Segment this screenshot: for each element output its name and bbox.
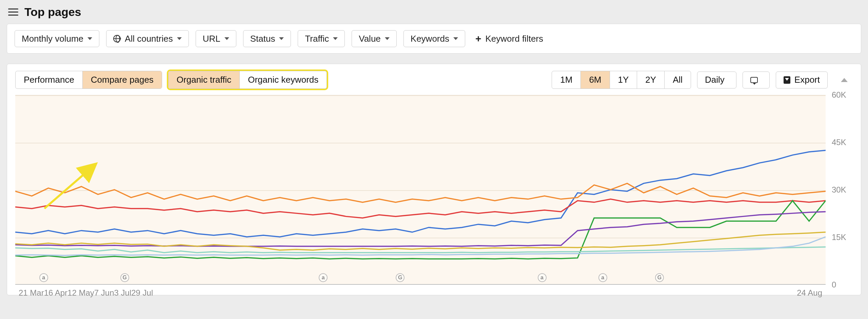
x-tick-label: 3 Jul — [114, 288, 132, 298]
chevron-down-icon — [333, 37, 338, 40]
export-button[interactable]: Export — [776, 72, 828, 88]
add-keyword-filters-button[interactable]: + Keyword filters — [475, 34, 543, 44]
chart-line — [15, 183, 826, 202]
traffic-chart[interactable]: aGaGaaG21 Mar16 Apr12 May7 Jun3 Jul29 Ju… — [15, 95, 826, 285]
x-tick-label: 16 Apr — [44, 288, 67, 298]
chevron-down-icon — [177, 37, 182, 40]
range-6m-label: 6M — [589, 75, 601, 85]
y-tick-label: 15K — [832, 233, 846, 242]
value-dropdown[interactable]: Value — [352, 30, 397, 47]
notes-dropdown[interactable] — [743, 72, 770, 88]
chevron-up-icon — [841, 78, 848, 82]
google-update-marker[interactable]: G — [120, 273, 129, 282]
monthly-volume-dropdown[interactable]: Monthly volume — [15, 30, 99, 47]
url-dropdown[interactable]: URL — [196, 30, 236, 47]
range-6m[interactable]: 6M — [581, 71, 610, 88]
x-tick-label: 12 May — [67, 288, 94, 298]
x-tick-label: 29 Jul — [131, 288, 153, 298]
google-update-marker[interactable]: G — [396, 273, 405, 282]
chevron-down-icon — [385, 37, 390, 40]
chevron-down-icon — [224, 37, 229, 40]
x-tick-label: 24 Aug — [797, 288, 822, 298]
tab-compare-pages[interactable]: Compare pages — [83, 71, 162, 88]
tab-performance[interactable]: Performance — [16, 71, 83, 88]
chat-icon — [750, 77, 758, 83]
ahrefs-update-marker[interactable]: a — [538, 273, 547, 282]
y-tick-label: 60K — [832, 90, 846, 100]
tab-organic-traffic-label: Organic traffic — [177, 75, 231, 85]
ahrefs-update-marker[interactable]: a — [39, 273, 48, 282]
menu-icon[interactable] — [8, 7, 18, 17]
keyword-filters-label: Keyword filters — [486, 34, 544, 44]
tab-organic-keywords[interactable]: Organic keywords — [240, 71, 327, 88]
range-1y[interactable]: 1Y — [610, 71, 637, 88]
chart-line — [15, 232, 826, 250]
range-2y[interactable]: 2Y — [637, 71, 665, 88]
date-range-segment: 1M 6M 1Y 2Y All — [552, 71, 691, 89]
chart-line — [15, 199, 826, 218]
tab-performance-label: Performance — [24, 75, 74, 85]
granularity-dropdown[interactable]: Daily — [697, 72, 736, 88]
filters-bar: Monthly volume All countries URL Status … — [7, 24, 861, 54]
country-dropdown[interactable]: All countries — [106, 30, 189, 47]
range-all[interactable]: All — [665, 71, 691, 88]
globe-icon — [113, 35, 121, 42]
collapse-chart-button[interactable] — [836, 72, 853, 88]
value-label: Value — [359, 34, 381, 44]
range-1y-label: 1Y — [618, 75, 629, 85]
google-update-marker[interactable]: G — [655, 273, 664, 282]
range-1m-label: 1M — [560, 75, 572, 85]
page-title: Top pages — [24, 5, 81, 19]
traffic-label: Traffic — [305, 34, 329, 44]
traffic-dropdown[interactable]: Traffic — [298, 30, 345, 47]
range-all-label: All — [673, 75, 683, 85]
plus-icon: + — [475, 34, 481, 44]
export-label: Export — [794, 75, 820, 85]
range-1m[interactable]: 1M — [552, 71, 581, 88]
tab-compare-pages-label: Compare pages — [91, 75, 154, 85]
country-label: All countries — [125, 34, 173, 44]
y-tick-label: 30K — [832, 185, 846, 195]
status-label: Status — [250, 34, 275, 44]
view-mode-segment: Performance Compare pages — [15, 71, 162, 89]
tab-organic-keywords-label: Organic keywords — [248, 75, 318, 85]
keywords-label: Keywords — [411, 34, 449, 44]
chart-card: Performance Compare pages Organic traffi… — [7, 64, 861, 295]
url-label: URL — [203, 34, 220, 44]
tab-organic-traffic[interactable]: Organic traffic — [169, 71, 240, 88]
chevron-down-icon — [87, 37, 92, 40]
metric-segment: Organic traffic Organic keywords — [168, 71, 327, 89]
monthly-volume-label: Monthly volume — [22, 34, 83, 44]
x-tick-label: 7 Jun — [94, 288, 114, 298]
granularity-label: Daily — [705, 75, 725, 85]
keywords-dropdown[interactable]: Keywords — [403, 30, 465, 47]
y-tick-label: 0 — [832, 280, 836, 290]
status-dropdown[interactable]: Status — [243, 30, 291, 47]
y-axis: 015K30K45K60K — [826, 95, 853, 295]
ahrefs-update-marker[interactable]: a — [319, 273, 328, 282]
chevron-down-icon — [279, 37, 284, 40]
range-2y-label: 2Y — [645, 75, 656, 85]
x-tick-label: 21 Mar — [19, 288, 44, 298]
y-tick-label: 45K — [832, 138, 846, 147]
ahrefs-update-marker[interactable]: a — [598, 273, 607, 282]
download-icon — [784, 76, 790, 84]
chevron-down-icon — [453, 37, 458, 40]
